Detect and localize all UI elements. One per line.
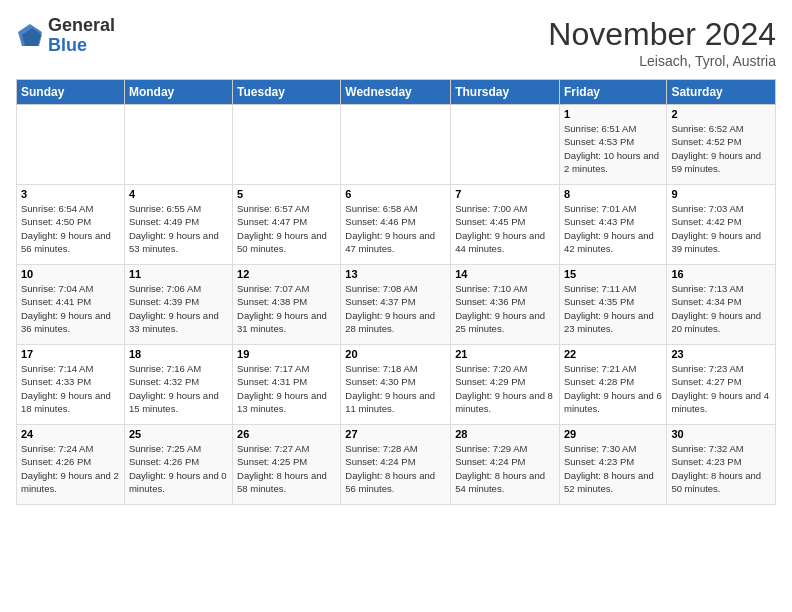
calendar-cell: 25Sunrise: 7:25 AM Sunset: 4:26 PM Dayli… <box>124 425 232 505</box>
calendar-cell: 28Sunrise: 7:29 AM Sunset: 4:24 PM Dayli… <box>451 425 560 505</box>
day-info: Sunrise: 7:24 AM Sunset: 4:26 PM Dayligh… <box>21 442 120 495</box>
day-number: 3 <box>21 188 120 200</box>
calendar-cell: 24Sunrise: 7:24 AM Sunset: 4:26 PM Dayli… <box>17 425 125 505</box>
day-number: 13 <box>345 268 446 280</box>
logo-general: General <box>48 15 115 35</box>
day-number: 9 <box>671 188 771 200</box>
day-number: 23 <box>671 348 771 360</box>
calendar-week-5: 24Sunrise: 7:24 AM Sunset: 4:26 PM Dayli… <box>17 425 776 505</box>
calendar-cell: 9Sunrise: 7:03 AM Sunset: 4:42 PM Daylig… <box>667 185 776 265</box>
calendar-header-row: Sunday Monday Tuesday Wednesday Thursday… <box>17 80 776 105</box>
header-wednesday: Wednesday <box>341 80 451 105</box>
day-number: 12 <box>237 268 336 280</box>
calendar-week-1: 1Sunrise: 6:51 AM Sunset: 4:53 PM Daylig… <box>17 105 776 185</box>
calendar-table: Sunday Monday Tuesday Wednesday Thursday… <box>16 79 776 505</box>
day-info: Sunrise: 7:08 AM Sunset: 4:37 PM Dayligh… <box>345 282 446 335</box>
day-number: 5 <box>237 188 336 200</box>
calendar-week-4: 17Sunrise: 7:14 AM Sunset: 4:33 PM Dayli… <box>17 345 776 425</box>
day-info: Sunrise: 7:23 AM Sunset: 4:27 PM Dayligh… <box>671 362 771 415</box>
day-info: Sunrise: 7:16 AM Sunset: 4:32 PM Dayligh… <box>129 362 228 415</box>
day-number: 21 <box>455 348 555 360</box>
day-number: 29 <box>564 428 662 440</box>
calendar-cell: 1Sunrise: 6:51 AM Sunset: 4:53 PM Daylig… <box>559 105 666 185</box>
calendar-cell: 18Sunrise: 7:16 AM Sunset: 4:32 PM Dayli… <box>124 345 232 425</box>
day-number: 19 <box>237 348 336 360</box>
header-saturday: Saturday <box>667 80 776 105</box>
day-info: Sunrise: 7:04 AM Sunset: 4:41 PM Dayligh… <box>21 282 120 335</box>
day-number: 17 <box>21 348 120 360</box>
day-info: Sunrise: 7:30 AM Sunset: 4:23 PM Dayligh… <box>564 442 662 495</box>
location-subtitle: Leisach, Tyrol, Austria <box>548 53 776 69</box>
day-number: 27 <box>345 428 446 440</box>
day-number: 4 <box>129 188 228 200</box>
day-info: Sunrise: 6:58 AM Sunset: 4:46 PM Dayligh… <box>345 202 446 255</box>
day-info: Sunrise: 6:54 AM Sunset: 4:50 PM Dayligh… <box>21 202 120 255</box>
calendar-cell: 2Sunrise: 6:52 AM Sunset: 4:52 PM Daylig… <box>667 105 776 185</box>
day-number: 6 <box>345 188 446 200</box>
calendar-cell <box>233 105 341 185</box>
day-number: 30 <box>671 428 771 440</box>
header-monday: Monday <box>124 80 232 105</box>
day-info: Sunrise: 7:10 AM Sunset: 4:36 PM Dayligh… <box>455 282 555 335</box>
day-info: Sunrise: 7:18 AM Sunset: 4:30 PM Dayligh… <box>345 362 446 415</box>
calendar-cell: 20Sunrise: 7:18 AM Sunset: 4:30 PM Dayli… <box>341 345 451 425</box>
calendar-cell: 11Sunrise: 7:06 AM Sunset: 4:39 PM Dayli… <box>124 265 232 345</box>
day-number: 16 <box>671 268 771 280</box>
day-info: Sunrise: 7:07 AM Sunset: 4:38 PM Dayligh… <box>237 282 336 335</box>
day-info: Sunrise: 7:03 AM Sunset: 4:42 PM Dayligh… <box>671 202 771 255</box>
logo-text: General Blue <box>48 16 115 56</box>
month-title: November 2024 <box>548 16 776 53</box>
calendar-cell: 13Sunrise: 7:08 AM Sunset: 4:37 PM Dayli… <box>341 265 451 345</box>
day-number: 2 <box>671 108 771 120</box>
title-block: November 2024 Leisach, Tyrol, Austria <box>548 16 776 69</box>
calendar-cell <box>451 105 560 185</box>
calendar-cell: 15Sunrise: 7:11 AM Sunset: 4:35 PM Dayli… <box>559 265 666 345</box>
logo-icon <box>16 22 44 50</box>
calendar-cell: 14Sunrise: 7:10 AM Sunset: 4:36 PM Dayli… <box>451 265 560 345</box>
day-info: Sunrise: 7:13 AM Sunset: 4:34 PM Dayligh… <box>671 282 771 335</box>
calendar-cell: 27Sunrise: 7:28 AM Sunset: 4:24 PM Dayli… <box>341 425 451 505</box>
calendar-cell: 19Sunrise: 7:17 AM Sunset: 4:31 PM Dayli… <box>233 345 341 425</box>
calendar-cell: 10Sunrise: 7:04 AM Sunset: 4:41 PM Dayli… <box>17 265 125 345</box>
page-header: General Blue November 2024 Leisach, Tyro… <box>16 16 776 69</box>
calendar-cell: 26Sunrise: 7:27 AM Sunset: 4:25 PM Dayli… <box>233 425 341 505</box>
day-info: Sunrise: 7:25 AM Sunset: 4:26 PM Dayligh… <box>129 442 228 495</box>
day-number: 28 <box>455 428 555 440</box>
header-sunday: Sunday <box>17 80 125 105</box>
calendar-week-2: 3Sunrise: 6:54 AM Sunset: 4:50 PM Daylig… <box>17 185 776 265</box>
day-info: Sunrise: 6:57 AM Sunset: 4:47 PM Dayligh… <box>237 202 336 255</box>
day-info: Sunrise: 7:11 AM Sunset: 4:35 PM Dayligh… <box>564 282 662 335</box>
day-number: 26 <box>237 428 336 440</box>
header-thursday: Thursday <box>451 80 560 105</box>
calendar-cell: 5Sunrise: 6:57 AM Sunset: 4:47 PM Daylig… <box>233 185 341 265</box>
day-info: Sunrise: 6:51 AM Sunset: 4:53 PM Dayligh… <box>564 122 662 175</box>
calendar-cell: 21Sunrise: 7:20 AM Sunset: 4:29 PM Dayli… <box>451 345 560 425</box>
day-info: Sunrise: 7:29 AM Sunset: 4:24 PM Dayligh… <box>455 442 555 495</box>
calendar-cell: 6Sunrise: 6:58 AM Sunset: 4:46 PM Daylig… <box>341 185 451 265</box>
day-info: Sunrise: 7:17 AM Sunset: 4:31 PM Dayligh… <box>237 362 336 415</box>
header-tuesday: Tuesday <box>233 80 341 105</box>
day-number: 14 <box>455 268 555 280</box>
day-info: Sunrise: 6:55 AM Sunset: 4:49 PM Dayligh… <box>129 202 228 255</box>
day-number: 1 <box>564 108 662 120</box>
day-number: 20 <box>345 348 446 360</box>
calendar-cell: 7Sunrise: 7:00 AM Sunset: 4:45 PM Daylig… <box>451 185 560 265</box>
calendar-cell: 29Sunrise: 7:30 AM Sunset: 4:23 PM Dayli… <box>559 425 666 505</box>
calendar-cell: 22Sunrise: 7:21 AM Sunset: 4:28 PM Dayli… <box>559 345 666 425</box>
calendar-cell <box>17 105 125 185</box>
calendar-cell <box>124 105 232 185</box>
calendar-cell: 23Sunrise: 7:23 AM Sunset: 4:27 PM Dayli… <box>667 345 776 425</box>
calendar-cell: 8Sunrise: 7:01 AM Sunset: 4:43 PM Daylig… <box>559 185 666 265</box>
calendar-week-3: 10Sunrise: 7:04 AM Sunset: 4:41 PM Dayli… <box>17 265 776 345</box>
day-info: Sunrise: 7:28 AM Sunset: 4:24 PM Dayligh… <box>345 442 446 495</box>
day-info: Sunrise: 7:00 AM Sunset: 4:45 PM Dayligh… <box>455 202 555 255</box>
logo: General Blue <box>16 16 115 56</box>
day-info: Sunrise: 7:01 AM Sunset: 4:43 PM Dayligh… <box>564 202 662 255</box>
day-number: 8 <box>564 188 662 200</box>
calendar-cell: 17Sunrise: 7:14 AM Sunset: 4:33 PM Dayli… <box>17 345 125 425</box>
calendar-cell: 30Sunrise: 7:32 AM Sunset: 4:23 PM Dayli… <box>667 425 776 505</box>
day-number: 22 <box>564 348 662 360</box>
calendar-cell: 16Sunrise: 7:13 AM Sunset: 4:34 PM Dayli… <box>667 265 776 345</box>
day-info: Sunrise: 7:27 AM Sunset: 4:25 PM Dayligh… <box>237 442 336 495</box>
calendar-cell: 4Sunrise: 6:55 AM Sunset: 4:49 PM Daylig… <box>124 185 232 265</box>
